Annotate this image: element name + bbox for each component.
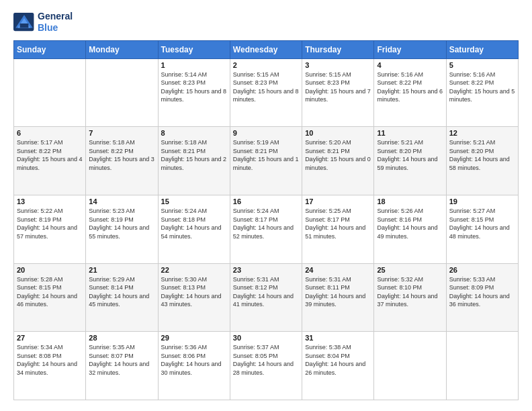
day-number: 18 — [377, 197, 443, 205]
calendar-day-cell: 29Sunrise: 5:36 AMSunset: 8:06 PMDayligh… — [158, 332, 230, 400]
calendar-week-row: 6Sunrise: 5:17 AMSunset: 8:22 PMDaylight… — [14, 127, 519, 195]
weekday-header: Tuesday — [158, 40, 230, 58]
calendar-day-cell: 20Sunrise: 5:28 AMSunset: 8:15 PMDayligh… — [14, 263, 86, 332]
day-info: Sunrise: 5:16 AMSunset: 8:22 PMDaylight:… — [377, 71, 443, 104]
day-number: 7 — [89, 129, 154, 137]
day-info: Sunrise: 5:18 AMSunset: 8:21 PMDaylight:… — [161, 138, 227, 172]
calendar-day-cell — [14, 58, 86, 127]
weekday-header: Wednesday — [230, 40, 302, 58]
calendar-day-cell: 28Sunrise: 5:35 AMSunset: 8:07 PMDayligh… — [86, 332, 158, 400]
svg-rect-3 — [20, 24, 29, 28]
calendar-day-cell: 22Sunrise: 5:30 AMSunset: 8:13 PMDayligh… — [158, 263, 230, 332]
day-number: 2 — [233, 61, 299, 69]
day-info: Sunrise: 5:30 AMSunset: 8:13 PMDaylight:… — [161, 275, 227, 309]
calendar-day-cell: 16Sunrise: 5:24 AMSunset: 8:17 PMDayligh… — [230, 195, 302, 263]
calendar: SundayMondayTuesdayWednesdayThursdayFrid… — [13, 40, 519, 400]
weekday-header: Friday — [374, 40, 446, 58]
day-number: 1 — [161, 61, 227, 69]
day-info: Sunrise: 5:24 AMSunset: 8:18 PMDaylight:… — [161, 207, 227, 240]
calendar-day-cell: 8Sunrise: 5:18 AMSunset: 8:21 PMDaylight… — [158, 127, 230, 195]
day-info: Sunrise: 5:31 AMSunset: 8:11 PMDaylight:… — [305, 275, 371, 309]
calendar-day-cell: 2Sunrise: 5:15 AMSunset: 8:23 PMDaylight… — [230, 58, 302, 127]
day-info: Sunrise: 5:24 AMSunset: 8:17 PMDaylight:… — [233, 207, 299, 240]
day-number: 22 — [161, 266, 227, 274]
calendar-day-cell: 17Sunrise: 5:25 AMSunset: 8:17 PMDayligh… — [302, 195, 374, 263]
day-info: Sunrise: 5:25 AMSunset: 8:17 PMDaylight:… — [305, 207, 371, 240]
weekday-header: Saturday — [446, 40, 518, 58]
calendar-day-cell: 7Sunrise: 5:18 AMSunset: 8:22 PMDaylight… — [86, 127, 158, 195]
calendar-day-cell: 25Sunrise: 5:32 AMSunset: 8:10 PMDayligh… — [374, 263, 446, 332]
day-number: 21 — [89, 266, 154, 274]
calendar-day-cell — [86, 58, 158, 127]
day-number: 14 — [89, 197, 154, 205]
day-info: Sunrise: 5:34 AMSunset: 8:08 PMDaylight:… — [17, 343, 83, 377]
day-number: 23 — [233, 266, 299, 274]
calendar-day-cell: 5Sunrise: 5:16 AMSunset: 8:22 PMDaylight… — [446, 58, 518, 127]
calendar-day-cell: 9Sunrise: 5:19 AMSunset: 8:21 PMDaylight… — [230, 127, 302, 195]
calendar-day-cell — [374, 332, 446, 400]
calendar-day-cell: 24Sunrise: 5:31 AMSunset: 8:11 PMDayligh… — [302, 263, 374, 332]
calendar-day-cell: 10Sunrise: 5:20 AMSunset: 8:21 PMDayligh… — [302, 127, 374, 195]
calendar-day-cell: 13Sunrise: 5:22 AMSunset: 8:19 PMDayligh… — [14, 195, 86, 263]
weekday-header: Thursday — [302, 40, 374, 58]
day-info: Sunrise: 5:37 AMSunset: 8:05 PMDaylight:… — [233, 343, 299, 377]
calendar-day-cell — [446, 332, 518, 400]
calendar-header-row: SundayMondayTuesdayWednesdayThursdayFrid… — [14, 40, 519, 58]
weekday-header: Monday — [86, 40, 158, 58]
day-number: 10 — [305, 129, 371, 137]
calendar-day-cell: 27Sunrise: 5:34 AMSunset: 8:08 PMDayligh… — [14, 332, 86, 400]
day-number: 31 — [305, 334, 371, 342]
day-number: 12 — [449, 129, 515, 137]
day-number: 16 — [233, 197, 299, 205]
day-number: 28 — [89, 334, 154, 342]
day-info: Sunrise: 5:23 AMSunset: 8:19 PMDaylight:… — [89, 207, 154, 240]
day-number: 25 — [377, 266, 443, 274]
day-info: Sunrise: 5:19 AMSunset: 8:21 PMDaylight:… — [233, 138, 299, 172]
calendar-day-cell: 4Sunrise: 5:16 AMSunset: 8:22 PMDaylight… — [374, 58, 446, 127]
day-number: 20 — [17, 266, 83, 274]
day-info: Sunrise: 5:26 AMSunset: 8:16 PMDaylight:… — [377, 207, 443, 240]
header: General Blue — [13, 11, 519, 34]
day-info: Sunrise: 5:28 AMSunset: 8:15 PMDaylight:… — [17, 275, 83, 309]
page: General Blue SundayMondayTuesdayWednesda… — [0, 0, 532, 411]
day-number: 9 — [233, 129, 299, 137]
calendar-day-cell: 3Sunrise: 5:15 AMSunset: 8:23 PMDaylight… — [302, 58, 374, 127]
day-info: Sunrise: 5:33 AMSunset: 8:09 PMDaylight:… — [449, 275, 515, 309]
day-info: Sunrise: 5:27 AMSunset: 8:15 PMDaylight:… — [449, 207, 515, 240]
day-number: 30 — [233, 334, 299, 342]
day-info: Sunrise: 5:16 AMSunset: 8:22 PMDaylight:… — [449, 71, 515, 104]
calendar-week-row: 1Sunrise: 5:14 AMSunset: 8:23 PMDaylight… — [14, 58, 519, 127]
day-number: 26 — [449, 266, 515, 274]
weekday-header: Sunday — [14, 40, 86, 58]
day-info: Sunrise: 5:20 AMSunset: 8:21 PMDaylight:… — [305, 138, 371, 172]
logo-text: General Blue — [38, 11, 73, 34]
day-info: Sunrise: 5:15 AMSunset: 8:23 PMDaylight:… — [305, 71, 371, 104]
day-info: Sunrise: 5:21 AMSunset: 8:20 PMDaylight:… — [377, 138, 443, 172]
day-number: 4 — [377, 61, 443, 69]
logo-icon — [13, 13, 35, 32]
calendar-day-cell: 21Sunrise: 5:29 AMSunset: 8:14 PMDayligh… — [86, 263, 158, 332]
calendar-day-cell: 15Sunrise: 5:24 AMSunset: 8:18 PMDayligh… — [158, 195, 230, 263]
calendar-day-cell: 19Sunrise: 5:27 AMSunset: 8:15 PMDayligh… — [446, 195, 518, 263]
calendar-day-cell: 23Sunrise: 5:31 AMSunset: 8:12 PMDayligh… — [230, 263, 302, 332]
calendar-day-cell: 26Sunrise: 5:33 AMSunset: 8:09 PMDayligh… — [446, 263, 518, 332]
day-info: Sunrise: 5:38 AMSunset: 8:04 PMDaylight:… — [305, 343, 371, 377]
day-info: Sunrise: 5:32 AMSunset: 8:10 PMDaylight:… — [377, 275, 443, 309]
calendar-day-cell: 18Sunrise: 5:26 AMSunset: 8:16 PMDayligh… — [374, 195, 446, 263]
calendar-week-row: 27Sunrise: 5:34 AMSunset: 8:08 PMDayligh… — [14, 332, 519, 400]
day-number: 8 — [161, 129, 227, 137]
day-info: Sunrise: 5:31 AMSunset: 8:12 PMDaylight:… — [233, 275, 299, 309]
day-number: 5 — [449, 61, 515, 69]
day-info: Sunrise: 5:22 AMSunset: 8:19 PMDaylight:… — [17, 207, 83, 240]
calendar-week-row: 13Sunrise: 5:22 AMSunset: 8:19 PMDayligh… — [14, 195, 519, 263]
day-info: Sunrise: 5:18 AMSunset: 8:22 PMDaylight:… — [89, 138, 154, 172]
day-info: Sunrise: 5:36 AMSunset: 8:06 PMDaylight:… — [161, 343, 227, 377]
day-info: Sunrise: 5:14 AMSunset: 8:23 PMDaylight:… — [161, 71, 227, 104]
logo: General Blue — [13, 11, 73, 34]
day-number: 6 — [17, 129, 83, 137]
day-number: 27 — [17, 334, 83, 342]
calendar-day-cell: 11Sunrise: 5:21 AMSunset: 8:20 PMDayligh… — [374, 127, 446, 195]
day-number: 29 — [161, 334, 227, 342]
calendar-week-row: 20Sunrise: 5:28 AMSunset: 8:15 PMDayligh… — [14, 263, 519, 332]
calendar-day-cell: 30Sunrise: 5:37 AMSunset: 8:05 PMDayligh… — [230, 332, 302, 400]
